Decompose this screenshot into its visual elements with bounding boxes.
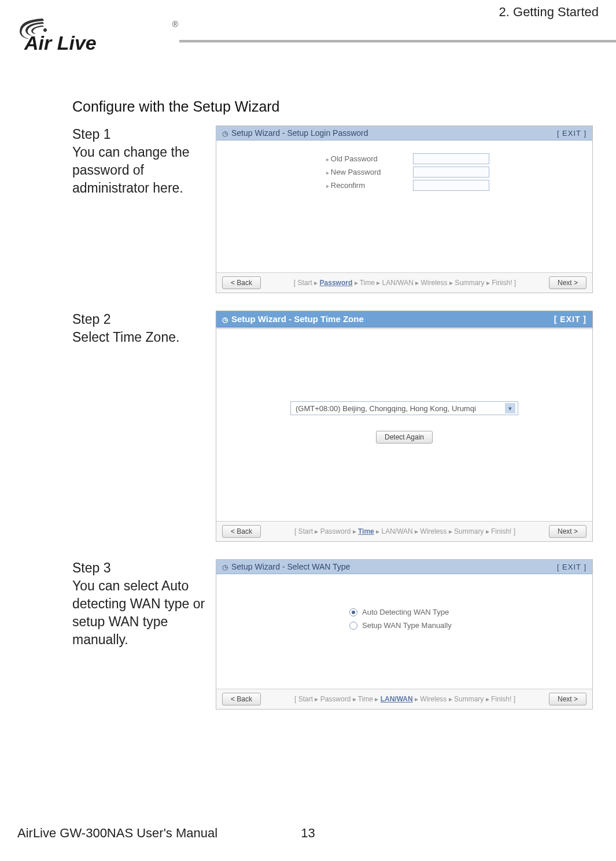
radio-manual-label: Setup WAN Type Manually: [362, 621, 452, 630]
registered-mark: ®: [172, 20, 178, 29]
radio-manual[interactable]: [349, 622, 357, 630]
step-3-screenshot: ◷Setup Wizard - Select WAN Type [ EXIT ]…: [216, 559, 593, 710]
breadcrumb: [ Start ▸ Password ▸ Time ▸ LAN/WAN ▸ Wi…: [261, 527, 549, 535]
reconfirm-input[interactable]: [413, 180, 489, 191]
step-3-window-title: Setup Wizard - Select WAN Type: [231, 562, 350, 571]
chevron-down-icon: ▾: [505, 403, 515, 413]
radio-manual-row[interactable]: Setup WAN Type Manually: [349, 621, 575, 630]
step-2-row: Step 2 Select Time Zone. ◷Setup Wizard -…: [72, 311, 593, 542]
content-area: Configure with the Setup Wizard Step 1 Y…: [72, 98, 593, 792]
radio-auto-row[interactable]: Auto Detecting WAN Type: [349, 608, 575, 616]
step-1-titlebar: ◷Setup Wizard - Setup Login Password [ E…: [216, 126, 592, 141]
document-page: 2. Getting Started Air Live ® Configure …: [0, 0, 616, 861]
next-button[interactable]: Next >: [549, 276, 587, 289]
step-2-footerbar: < Back [ Start ▸ Password ▸ Time ▸ LAN/W…: [216, 521, 592, 541]
step-2-screenshot: ◷Setup Wizard - Setup Time Zone [ EXIT ]…: [216, 311, 593, 542]
detect-again-button[interactable]: Detect Again: [376, 431, 433, 444]
step-1-label: Step 1: [72, 125, 205, 143]
step-1-row: Step 1 You can change the password of ad…: [72, 125, 593, 293]
radio-auto[interactable]: [349, 608, 357, 616]
step-1-text: Step 1 You can change the password of ad…: [72, 125, 216, 197]
brand-logo: Air Live ®: [14, 14, 176, 54]
back-button[interactable]: < Back: [222, 525, 261, 538]
page-footer: AirLive GW-300NAS User's Manual 13: [17, 826, 599, 841]
chapter-heading: 2. Getting Started: [499, 5, 599, 20]
breadcrumb-active: LAN/WAN: [381, 695, 413, 703]
step-2-window-title: Setup Wizard - Setup Time Zone: [231, 314, 364, 324]
next-button[interactable]: Next >: [549, 693, 587, 705]
back-button[interactable]: < Back: [222, 276, 261, 289]
exit-link[interactable]: [ EXIT ]: [557, 563, 587, 571]
step-3-desc: You can select Auto detecting WAN type o…: [72, 577, 205, 649]
breadcrumb-active: Password: [320, 279, 353, 287]
step-3-titlebar: ◷Setup Wizard - Select WAN Type [ EXIT ]: [216, 560, 592, 574]
exit-link[interactable]: [ EXIT ]: [557, 129, 587, 138]
bullet-icon: ◷: [222, 563, 228, 571]
timezone-value: (GMT+08:00) Beijing, Chongqing, Hong Kon…: [296, 404, 476, 413]
next-button[interactable]: Next >: [549, 525, 587, 538]
reconfirm-label: Reconfirm: [326, 181, 413, 190]
step-1-screenshot: ◷Setup Wizard - Setup Login Password [ E…: [216, 125, 593, 293]
old-password-label: Old Password: [326, 154, 413, 163]
step-1-window-title: Setup Wizard - Setup Login Password: [231, 128, 368, 138]
step-3-footerbar: < Back [ Start ▸ Password ▸ Time ▸ LAN/W…: [216, 689, 592, 709]
step-1-footerbar: < Back [ Start ▸ Password ▸ Time ▸ LAN/W…: [216, 272, 592, 293]
step-2-desc: Select Time Zone.: [72, 328, 205, 346]
radio-auto-label: Auto Detecting WAN Type: [362, 608, 449, 616]
timezone-select[interactable]: (GMT+08:00) Beijing, Chongqing, Hong Kon…: [290, 401, 518, 415]
step-1-desc: You can change the password of administr…: [72, 143, 205, 197]
header-rule-shadow: [179, 42, 616, 43]
breadcrumb: [ Start ▸ Password ▸ Time ▸ LAN/WAN ▸ Wi…: [261, 695, 549, 703]
old-password-row: Old Password: [326, 153, 575, 164]
step-3-text: Step 3 You can select Auto detecting WAN…: [72, 559, 216, 649]
step-2-titlebar: ◷Setup Wizard - Setup Time Zone [ EXIT ]: [216, 311, 592, 327]
section-title: Configure with the Setup Wizard: [72, 98, 593, 115]
bullet-icon: ◷: [222, 316, 228, 324]
back-button[interactable]: < Back: [222, 693, 261, 705]
page-number: 13: [301, 826, 315, 841]
new-password-row: New Password: [326, 167, 575, 178]
new-password-label: New Password: [326, 168, 413, 176]
old-password-input[interactable]: [413, 153, 489, 164]
step-2-text: Step 2 Select Time Zone.: [72, 311, 216, 346]
step-3-row: Step 3 You can select Auto detecting WAN…: [72, 559, 593, 710]
svg-text:Air Live: Air Live: [24, 32, 97, 54]
breadcrumb: [ Start ▸ Password ▸ Time ▸ LAN/WAN ▸ Wi…: [261, 279, 549, 287]
manual-title: AirLive GW-300NAS User's Manual: [17, 826, 217, 841]
step-2-label: Step 2: [72, 311, 205, 328]
step-3-label: Step 3: [72, 559, 205, 577]
exit-link[interactable]: [ EXIT ]: [554, 315, 587, 324]
breadcrumb-active: Time: [358, 527, 374, 535]
new-password-input[interactable]: [413, 167, 489, 178]
bullet-icon: ◷: [222, 130, 228, 138]
reconfirm-row: Reconfirm: [326, 180, 575, 191]
